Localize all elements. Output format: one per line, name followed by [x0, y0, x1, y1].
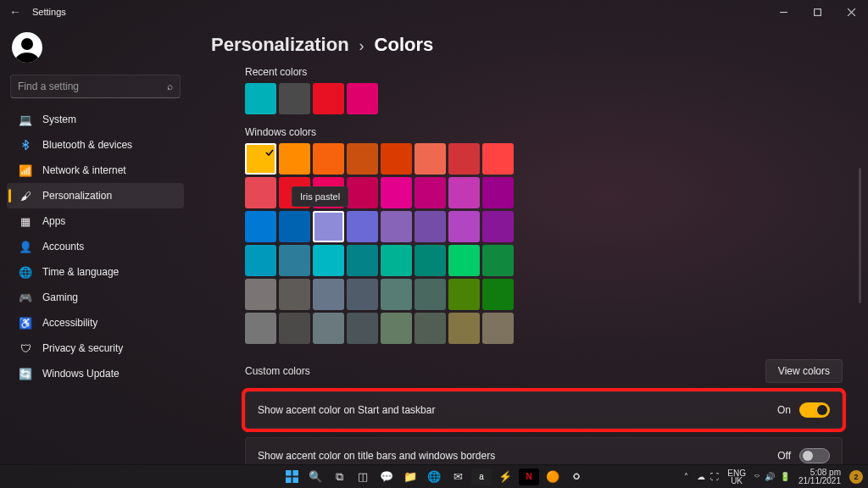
notification-badge[interactable]: 2	[849, 470, 863, 484]
app-amazon-icon[interactable]: a	[471, 469, 492, 485]
sidebar-item-personalization[interactable]: 🖌Personalization	[7, 183, 184, 208]
color-swatch[interactable]	[415, 177, 446, 208]
sidebar-item-accessibility[interactable]: ♿Accessibility	[7, 310, 184, 336]
color-swatch[interactable]	[448, 143, 480, 175]
color-swatch[interactable]	[482, 211, 514, 242]
maximize-button[interactable]	[800, 0, 834, 24]
color-tooltip: Iris pastel	[292, 186, 348, 207]
color-swatch[interactable]	[381, 177, 412, 208]
color-swatch[interactable]	[245, 211, 276, 242]
color-swatch[interactable]	[448, 279, 480, 310]
sidebar-item-windows-update[interactable]: 🔄Windows Update	[7, 361, 184, 386]
scrollbar-thumb[interactable]	[859, 168, 861, 303]
minimize-button[interactable]	[766, 0, 800, 24]
toggle-switch[interactable]	[799, 448, 830, 463]
color-swatch[interactable]	[482, 177, 514, 208]
chat-icon[interactable]: 💬	[376, 469, 397, 485]
color-swatch[interactable]	[279, 279, 310, 310]
tray-app-icon[interactable]: ⛶	[710, 472, 719, 481]
search-taskbar-icon[interactable]: 🔍	[305, 469, 326, 485]
color-swatch[interactable]	[482, 143, 514, 175]
color-swatch[interactable]	[245, 143, 276, 175]
app-winamp-icon[interactable]: ⚡	[495, 469, 515, 485]
widgets-icon[interactable]: ◫	[353, 469, 373, 485]
view-colors-button[interactable]: View colors	[765, 359, 843, 383]
profile-block[interactable]	[7, 29, 184, 71]
search-box[interactable]: ⌕	[10, 75, 181, 98]
color-swatch[interactable]	[448, 211, 480, 242]
color-swatch[interactable]	[245, 245, 276, 276]
color-swatch[interactable]	[415, 279, 446, 310]
start-button[interactable]	[281, 469, 302, 485]
setting-accent-titlebars[interactable]: Show accent color on title bars and wind…	[245, 437, 843, 464]
color-swatch[interactable]	[415, 211, 446, 242]
clock[interactable]: 5:08 pm21/11/2021	[798, 469, 841, 485]
color-swatch[interactable]	[313, 313, 344, 344]
wifi-icon: ⌔	[754, 472, 760, 481]
color-swatch[interactable]	[279, 83, 310, 114]
color-swatch[interactable]	[313, 143, 344, 175]
sidebar-item-time-language[interactable]: 🌐Time & language	[7, 259, 184, 285]
color-swatch[interactable]	[347, 279, 378, 310]
color-swatch[interactable]	[381, 313, 412, 344]
sidebar-item-apps[interactable]: ▦Apps	[7, 208, 184, 234]
color-swatch[interactable]	[313, 279, 344, 310]
quick-settings[interactable]: ⌔ 🔊 🔋	[754, 472, 790, 481]
color-swatch[interactable]	[347, 313, 378, 344]
sidebar-item-network-internet[interactable]: 📶Network & internet	[7, 158, 184, 183]
color-swatch[interactable]	[381, 279, 412, 310]
color-swatch[interactable]	[415, 245, 446, 276]
sidebar-item-system[interactable]: 💻System	[7, 107, 184, 132]
search-input[interactable]	[18, 80, 167, 92]
tray-chevron-icon[interactable]: ˄	[684, 472, 688, 481]
chrome-icon[interactable]: 🟠	[542, 469, 563, 485]
sidebar-item-privacy-security[interactable]: 🛡Privacy & security	[7, 336, 184, 361]
color-swatch[interactable]	[279, 313, 310, 344]
color-swatch[interactable]	[245, 279, 276, 310]
color-swatch[interactable]	[482, 313, 514, 344]
color-swatch[interactable]	[448, 177, 480, 208]
color-swatch[interactable]	[279, 143, 310, 175]
app-circle-icon[interactable]: ⭘	[566, 469, 587, 485]
color-swatch[interactable]	[347, 83, 378, 114]
color-swatch[interactable]	[482, 279, 514, 310]
color-swatch[interactable]	[245, 313, 276, 344]
language-indicator[interactable]: ENGUK	[727, 469, 746, 485]
color-swatch[interactable]	[381, 245, 412, 276]
mail-icon[interactable]: ✉	[448, 469, 468, 485]
color-swatch[interactable]	[347, 245, 378, 276]
nav-icon: 👤	[19, 240, 32, 253]
color-swatch[interactable]	[415, 143, 446, 175]
system-tray[interactable]: ☁ ⛶	[697, 472, 719, 481]
color-swatch[interactable]	[245, 177, 276, 208]
color-swatch[interactable]	[313, 245, 344, 276]
color-swatch[interactable]	[279, 245, 310, 276]
color-swatch[interactable]	[381, 211, 412, 242]
breadcrumb-parent[interactable]: Personalization	[211, 34, 349, 56]
sidebar-item-gaming[interactable]: 🎮Gaming	[7, 285, 184, 310]
onedrive-icon[interactable]: ☁	[697, 472, 705, 481]
sidebar-item-accounts[interactable]: 👤Accounts	[7, 234, 184, 259]
setting-accent-start-taskbar[interactable]: Show accent color on Start and taskbar O…	[245, 391, 843, 429]
color-swatch[interactable]	[482, 245, 514, 276]
color-swatch[interactable]	[415, 313, 446, 344]
color-swatch[interactable]	[313, 83, 344, 114]
back-button[interactable]: ←	[7, 5, 24, 19]
toggle-switch[interactable]	[799, 402, 830, 418]
task-view-icon[interactable]: ⧉	[329, 469, 349, 485]
app-netflix-icon[interactable]: N	[519, 469, 539, 485]
color-swatch[interactable]	[347, 143, 378, 175]
color-swatch[interactable]	[245, 83, 276, 114]
color-swatch[interactable]	[448, 313, 480, 344]
color-swatch[interactable]	[381, 143, 412, 175]
color-swatch[interactable]	[448, 245, 480, 276]
color-swatch[interactable]	[347, 211, 378, 242]
color-swatch[interactable]	[279, 211, 310, 242]
explorer-icon[interactable]: 📁	[400, 469, 420, 485]
color-swatch[interactable]	[313, 211, 344, 242]
scrollbar[interactable]	[858, 66, 861, 464]
close-button[interactable]	[834, 0, 868, 24]
sidebar-item-bluetooth-devices[interactable]: Bluetooth & devices	[7, 132, 184, 158]
edge-icon[interactable]: 🌐	[424, 469, 444, 485]
color-swatch[interactable]	[347, 177, 378, 208]
